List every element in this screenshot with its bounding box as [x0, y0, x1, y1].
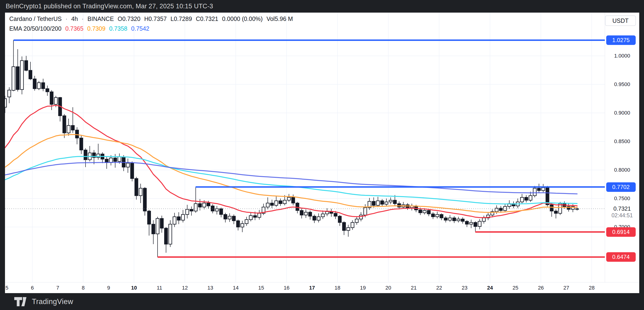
candle-body — [198, 204, 202, 207]
candle-body — [67, 126, 70, 133]
candle-body — [287, 197, 290, 200]
price-tick-0.8500: 0.8500 — [605, 138, 639, 144]
date-tick-5: 5 — [6, 285, 8, 291]
tradingview-logo-text: TradingView — [32, 298, 73, 306]
candle-body — [266, 203, 269, 207]
candle-body — [355, 219, 358, 222]
candle-body — [423, 210, 426, 213]
candlestick-chart[interactable] — [5, 12, 605, 282]
candle-body — [152, 224, 155, 234]
candle-body — [16, 67, 19, 90]
date-tick-7: 7 — [56, 285, 59, 291]
candle-body — [520, 197, 524, 202]
candle-body — [300, 210, 303, 215]
candle-body — [317, 217, 320, 220]
candle-body — [275, 201, 278, 206]
attribution-text: BeInCrypto1 published on TradingView.com… — [6, 2, 213, 10]
candle-body — [232, 216, 235, 220]
date-tick-24: 24 — [487, 285, 493, 291]
candle-body — [279, 201, 282, 204]
candle-body — [283, 200, 286, 204]
price-plot[interactable]: Cardano / TetherUS · 4h · BINANCE O0.732… — [5, 12, 605, 282]
date-tick-26: 26 — [538, 285, 544, 291]
candle-body — [46, 89, 49, 92]
date-tick-13: 13 — [208, 285, 213, 291]
candle-body — [203, 203, 206, 207]
date-tick-10: 10 — [131, 285, 137, 291]
attribution-bar: BeInCrypto1 published on TradingView.com… — [0, 0, 644, 12]
candle-body — [135, 178, 138, 196]
candle-body — [504, 206, 507, 211]
candle-body — [448, 218, 452, 220]
candle-body — [393, 200, 396, 204]
candle-body — [465, 221, 468, 224]
candle-body — [63, 116, 66, 133]
candle-body — [8, 90, 11, 97]
price-label-0.6474: 0.6474 — [606, 252, 636, 262]
candle-body — [376, 201, 380, 206]
price-label-0.7321: 0.7321 — [605, 206, 639, 212]
candle-body — [542, 188, 545, 190]
price-label-0.7702: 0.7702 — [606, 182, 636, 192]
tradingview-logo-icon — [14, 297, 28, 306]
date-tick-18: 18 — [334, 285, 340, 291]
candle-body — [529, 196, 532, 200]
date-tick-12: 12 — [182, 285, 188, 291]
candle-body — [334, 213, 337, 216]
candle-body — [308, 212, 312, 216]
price-tick-0.9500: 0.9500 — [605, 81, 639, 88]
candle-body — [525, 197, 528, 200]
candle-body — [207, 203, 210, 206]
candle-body — [313, 216, 316, 220]
candle-body — [249, 216, 252, 220]
countdown-label: 02:44:51 — [605, 212, 639, 218]
candle-body — [389, 200, 392, 202]
candle-body — [461, 219, 464, 221]
date-tick-11: 11 — [157, 285, 162, 291]
candle-body — [139, 188, 142, 196]
candle-body — [114, 158, 117, 162]
candle-body — [296, 203, 299, 210]
candle-body — [432, 214, 435, 217]
candle-body — [474, 222, 477, 226]
date-tick-19: 19 — [360, 285, 366, 291]
date-tick-27: 27 — [564, 285, 569, 291]
candle-body — [173, 217, 176, 224]
candle-body — [186, 210, 189, 215]
chart-widget: Cardano / TetherUS · 4h · BINANCE O0.732… — [5, 12, 639, 293]
candle-body — [160, 218, 163, 228]
candle-body — [143, 188, 146, 211]
candle-body — [156, 218, 159, 234]
candle-body — [359, 215, 362, 219]
candle-body — [236, 221, 240, 227]
candle-body — [5, 99, 7, 107]
candle-body — [292, 197, 295, 203]
date-tick-15: 15 — [258, 285, 264, 291]
date-tick-23: 23 — [462, 285, 468, 291]
candle-body — [347, 228, 350, 230]
date-tick-25: 25 — [512, 285, 518, 291]
candle-body — [381, 201, 384, 204]
time-axis[interactable]: 5678910111213141516171819202122232425262… — [5, 282, 639, 293]
candle-body — [385, 202, 388, 204]
candle-body — [224, 214, 227, 219]
tradingview-logo[interactable]: TradingView — [14, 297, 73, 306]
candle-body — [148, 211, 151, 224]
candle-body — [419, 210, 422, 213]
candle-body — [499, 208, 502, 211]
date-tick-21: 21 — [411, 285, 416, 291]
candle-body — [169, 224, 172, 244]
candle-body — [270, 203, 274, 206]
candle-body — [71, 126, 74, 130]
candle-body — [215, 209, 218, 211]
ema200-line — [5, 162, 577, 194]
candle-body — [29, 70, 32, 79]
candle-body — [80, 138, 83, 150]
candle-body — [533, 188, 536, 196]
candle-body — [398, 204, 401, 207]
candle-body — [76, 130, 79, 138]
price-axis[interactable]: 1.00000.95000.90000.85000.80000.75000.70… — [605, 12, 639, 282]
currency-toggle-button[interactable]: USDT — [605, 16, 636, 26]
date-tick-14: 14 — [233, 285, 238, 291]
candle-body — [440, 214, 443, 218]
